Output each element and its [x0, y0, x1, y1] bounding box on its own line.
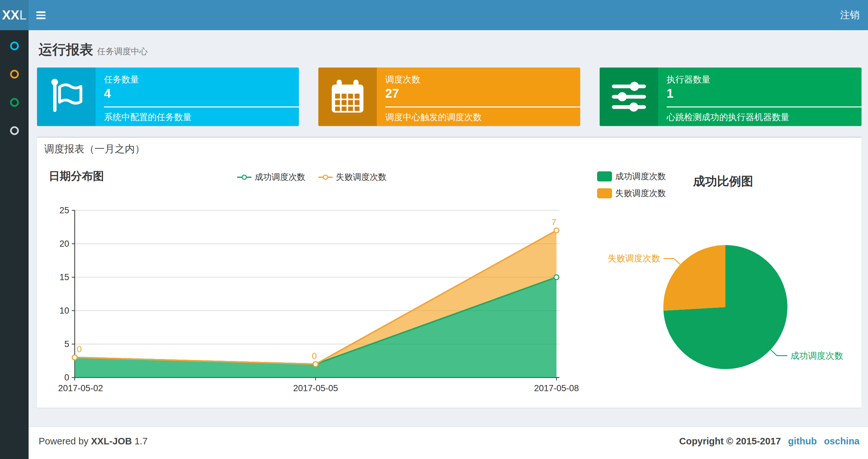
main-footer: Powered by XXL-JOB 1.7 Copyright © 2015-…: [29, 427, 868, 459]
svg-text:2017-05-08: 2017-05-08: [534, 383, 579, 393]
panel-title: 调度报表（一月之内）: [44, 142, 145, 156]
svg-text:20: 20: [59, 239, 69, 249]
pie-chart-title: 成功比例图: [652, 173, 795, 190]
logout-link[interactable]: 注销: [840, 0, 860, 30]
copyright-label: Copyright © 2015-2017: [679, 436, 781, 447]
info-box-jobs: 任务数量 4 系统中配置的任务数量: [37, 67, 299, 126]
legend-label: 成功调度次数: [255, 171, 305, 183]
logo-text-light: L: [20, 8, 27, 23]
info-box-title: 任务数量: [104, 74, 299, 85]
circle-o-icon: [10, 126, 19, 135]
page-title: 运行报表: [39, 42, 93, 57]
info-box-value: 1: [666, 86, 862, 101]
svg-text:失败调度次数: 失败调度次数: [608, 254, 660, 263]
circle-o-icon: [10, 98, 19, 107]
info-box-divider: [385, 106, 580, 107]
info-box-content: 执行器数量 1 心跳检测成功的执行器机器数量: [658, 67, 862, 126]
success-ratio-pie-chart[interactable]: 成功调度次数失败调度次数: [594, 202, 864, 407]
info-box-value: 27: [385, 86, 580, 101]
circle-o-icon: [10, 41, 19, 50]
calendar-icon: [318, 67, 377, 126]
info-box-value: 4: [104, 86, 299, 101]
page-header: 运行报表任务调度中心: [39, 40, 148, 59]
info-box-content: 任务数量 4 系统中配置的任务数量: [95, 67, 299, 126]
info-box-row: 任务数量 4 系统中配置的任务数量: [37, 67, 862, 126]
line-marker-icon: [237, 175, 251, 180]
flag-icon: [37, 67, 95, 126]
page-subtitle: 任务调度中心: [97, 46, 148, 56]
hamburger-icon: [36, 14, 45, 16]
info-box-divider: [666, 106, 862, 107]
svg-text:2017-05-05: 2017-05-05: [293, 383, 338, 393]
powered-by-text: Powered by XXL-JOB 1.7: [39, 436, 148, 447]
info-box-divider: [104, 106, 299, 107]
product-version: 1.7: [134, 436, 148, 446]
sidebar-item-report[interactable]: [0, 32, 29, 60]
circle-o-icon: [10, 70, 19, 78]
sidebar-item-executors[interactable]: [0, 117, 29, 145]
svg-text:0: 0: [77, 344, 82, 354]
xxl-job-dashboard: XXL 注销 运行报表任务调度中心: [0, 0, 868, 459]
product-name: XXL-JOB: [91, 436, 132, 446]
info-box-title: 执行器数量: [666, 74, 862, 85]
copyright-text: Copyright © 2015-2017 github oschina: [679, 436, 860, 447]
github-link[interactable]: github: [788, 436, 817, 447]
app-logo[interactable]: XXL: [0, 0, 29, 30]
sliders-icon: [600, 67, 658, 126]
hamburger-icon: [36, 18, 45, 19]
content-area: 运行报表任务调度中心 任务数量 4 系统中配置的任务数量: [29, 30, 868, 427]
info-box-executors: 执行器数量 1 心跳检测成功的执行器机器数量: [600, 67, 862, 126]
sidebar-item-jobs[interactable]: [0, 60, 29, 88]
oschina-link[interactable]: oschina: [824, 436, 860, 447]
legend-item-fail[interactable]: 失败调度次数: [318, 171, 386, 183]
legend-label: 失败调度次数: [336, 171, 386, 183]
top-navbar: XXL 注销: [0, 0, 868, 30]
hamburger-icon: [36, 11, 45, 13]
legend-swatch-icon: [597, 188, 612, 198]
svg-text:5: 5: [64, 339, 69, 349]
svg-text:10: 10: [59, 306, 69, 316]
svg-text:7: 7: [551, 217, 556, 227]
info-box-triggers: 调度次数 27 调度中心触发的调度次数: [318, 67, 580, 126]
svg-text:0: 0: [64, 373, 69, 383]
sidebar-toggle-button[interactable]: [36, 10, 50, 21]
svg-text:成功调度次数: 成功调度次数: [791, 351, 843, 361]
svg-text:0: 0: [312, 351, 317, 361]
sidebar: [0, 30, 29, 459]
sidebar-item-joblog[interactable]: [0, 88, 29, 117]
info-box-content: 调度次数 27 调度中心触发的调度次数: [377, 67, 580, 126]
line-chart-title: 日期分布图: [49, 169, 104, 184]
powered-prefix: Powered by: [39, 436, 88, 446]
info-box-description: 心跳检测成功的执行器机器数量: [666, 111, 862, 123]
legend-swatch-icon: [597, 171, 612, 182]
svg-text:15: 15: [59, 272, 69, 282]
line-chart-legend: 成功调度次数 失败调度次数: [237, 171, 386, 183]
svg-text:25: 25: [59, 205, 69, 215]
info-box-description: 调度中心触发的调度次数: [385, 111, 580, 123]
info-box-description: 系统中配置的任务数量: [104, 111, 299, 123]
svg-text:2017-05-02: 2017-05-02: [58, 383, 103, 393]
legend-item-success[interactable]: 成功调度次数: [237, 171, 305, 183]
line-marker-icon: [318, 175, 333, 180]
logo-text-bold: XX: [2, 8, 19, 23]
report-panel: 调度报表（一月之内） 日期分布图 成功调度次数 失败调度次数 成功调度次数: [37, 137, 862, 408]
info-box-title: 调度次数: [385, 74, 580, 85]
date-distribution-chart[interactable]: 05101520252017-05-022017-05-052017-05-08…: [42, 196, 585, 407]
